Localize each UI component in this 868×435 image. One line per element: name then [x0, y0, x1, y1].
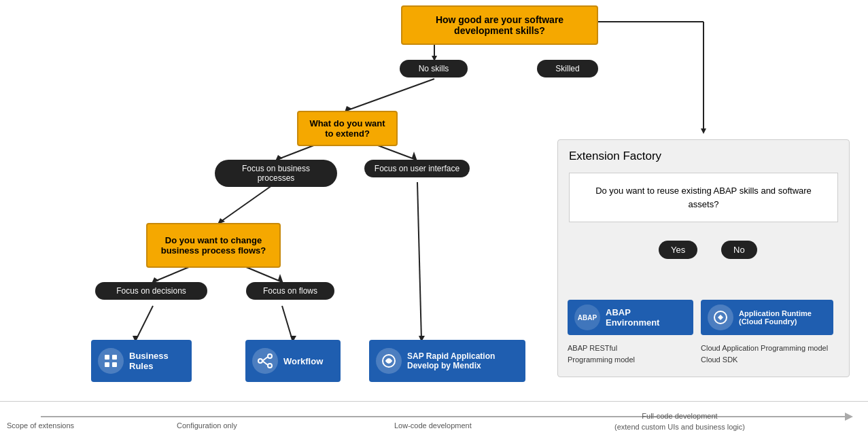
svg-point-37 — [268, 364, 272, 368]
svg-line-19 — [282, 306, 292, 340]
abap-card: ABAP ABAP Environment — [568, 300, 693, 335]
svg-rect-31 — [105, 355, 109, 360]
change-flows-node: Do you want to change business process f… — [146, 223, 281, 268]
no-button: No — [721, 241, 757, 259]
focus-ui-node: Focus on user interface — [364, 160, 470, 177]
svg-line-21 — [417, 182, 421, 340]
svg-line-17 — [136, 306, 153, 340]
bottom-bar: Scope of extensions Configuration only L… — [0, 401, 868, 435]
svg-point-35 — [258, 359, 262, 363]
top-question-node: How good are your software development s… — [401, 5, 598, 45]
svg-rect-33 — [105, 362, 109, 367]
svg-line-38 — [262, 357, 268, 361]
workflow-label: Workflow — [283, 356, 323, 366]
runtime-sub-text: Cloud Application Programming model Clou… — [701, 343, 833, 365]
extend-question-node: What do you want to extend? — [297, 111, 398, 146]
sap-rad-icon — [376, 348, 402, 374]
abap-label: ABAP Environment — [606, 307, 687, 328]
svg-line-11 — [219, 182, 277, 223]
runtime-label: Application Runtime (Cloud Foundry) — [739, 309, 827, 326]
focus-decisions-node: Focus on decisions — [95, 282, 207, 300]
yes-button: Yes — [659, 241, 697, 259]
ext-factory-title: Extension Factory — [569, 150, 838, 163]
no-skills-node: No skills — [400, 60, 468, 77]
abap-icon: ABAP — [574, 304, 600, 330]
extension-factory-box: Extension Factory Do you want to reuse e… — [557, 139, 850, 377]
svg-rect-32 — [112, 355, 117, 360]
skilled-node: Skilled — [537, 60, 598, 77]
focus-flows-node: Focus on flows — [246, 282, 334, 300]
svg-line-39 — [262, 361, 268, 365]
abap-sub-text: ABAP RESTful Programming model — [568, 343, 693, 365]
runtime-icon — [708, 304, 733, 330]
svg-point-36 — [268, 354, 272, 358]
sap-rad-label: SAP Rapid Application Develop by Mendix — [407, 351, 519, 370]
svg-marker-4 — [701, 128, 706, 134]
fullcode-label: Full-code development(extend custom UIs … — [598, 411, 761, 432]
business-rules-label: Business Rules — [129, 351, 185, 371]
svg-rect-34 — [112, 362, 117, 367]
workflow-icon — [252, 348, 278, 374]
workflow-card: Workflow — [245, 340, 341, 382]
svg-line-5 — [346, 79, 434, 111]
lowcode-label: Low-code development — [394, 421, 472, 430]
business-rules-icon — [98, 348, 124, 374]
sap-rad-card: SAP Rapid Application Develop by Mendix — [369, 340, 525, 382]
scope-label: Scope of extensions — [7, 421, 95, 430]
runtime-card: Application Runtime (Cloud Foundry) — [701, 300, 833, 335]
business-rules-card: Business Rules — [91, 340, 192, 382]
ext-factory-question: Do you want to reuse existing ABAP skill… — [569, 173, 838, 222]
config-label: Configuration only — [177, 421, 237, 430]
focus-business-node: Focus on business processes — [215, 160, 337, 187]
